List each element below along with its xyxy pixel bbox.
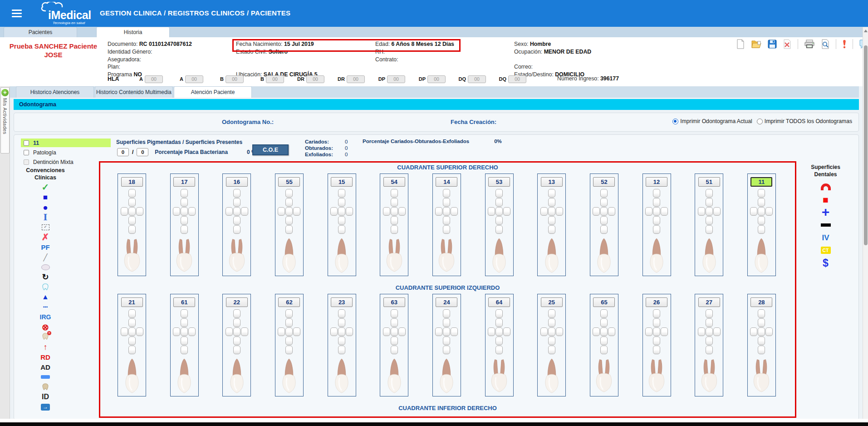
surface-mc-tooth-27[interactable] bbox=[706, 327, 713, 336]
surface-t1-tooth-65[interactable] bbox=[600, 309, 608, 318]
surface-ml-tooth-63[interactable] bbox=[383, 327, 390, 336]
surface-t1-tooth-62[interactable] bbox=[285, 309, 293, 318]
surface-t1-tooth-25[interactable] bbox=[548, 309, 555, 318]
surface-mc-tooth-51[interactable] bbox=[706, 207, 713, 216]
surface-t1-tooth-24[interactable] bbox=[443, 309, 450, 318]
surface-mr-tooth-65[interactable] bbox=[608, 327, 615, 336]
surface-b2-tooth-52[interactable] bbox=[600, 225, 608, 234]
id-icon[interactable]: ID bbox=[42, 392, 49, 402]
surface-b1-tooth-53[interactable] bbox=[495, 216, 503, 225]
tooth-number-25[interactable]: 25 bbox=[541, 297, 563, 307]
tooth-number-65[interactable]: 65 bbox=[593, 297, 615, 307]
surface-t2-tooth-15[interactable] bbox=[338, 198, 345, 207]
surface-b1-tooth-52[interactable] bbox=[600, 216, 608, 225]
tooth-image-16[interactable] bbox=[225, 238, 249, 274]
black-bar-icon[interactable] bbox=[821, 218, 831, 231]
surface-mc-tooth-17[interactable] bbox=[181, 207, 188, 216]
red-x-icon[interactable]: ✗ bbox=[42, 232, 49, 242]
tooth-image-24[interactable] bbox=[435, 358, 458, 394]
tooth-number-52[interactable]: 52 bbox=[593, 177, 615, 187]
surface-b2-tooth-12[interactable] bbox=[653, 225, 660, 234]
tooth-filled-icon[interactable] bbox=[41, 382, 49, 392]
surface-b1-tooth-23[interactable] bbox=[338, 337, 345, 345]
surface-mc-tooth-18[interactable] bbox=[128, 207, 136, 216]
surface-mc-tooth-11[interactable] bbox=[758, 207, 765, 216]
surface-t1-tooth-51[interactable] bbox=[706, 189, 713, 198]
surface-t2-tooth-24[interactable] bbox=[443, 318, 450, 327]
surface-mr-tooth-18[interactable] bbox=[136, 207, 143, 216]
surface-t2-tooth-28[interactable] bbox=[758, 318, 765, 327]
surface-t1-tooth-54[interactable] bbox=[391, 189, 398, 198]
denticion-checkbox[interactable] bbox=[24, 159, 29, 165]
surface-b2-tooth-18[interactable] bbox=[128, 225, 136, 234]
surface-t2-tooth-25[interactable] bbox=[548, 318, 555, 327]
surface-b2-tooth-51[interactable] bbox=[706, 225, 713, 234]
tooth-outline-icon[interactable] bbox=[41, 282, 49, 292]
surface-mc-tooth-63[interactable] bbox=[391, 327, 398, 336]
sub-tab-atenci-n-paciente[interactable]: Atención Paciente bbox=[174, 86, 252, 98]
surface-mc-tooth-52[interactable] bbox=[600, 207, 608, 216]
tab-historia[interactable]: Historia bbox=[96, 27, 170, 37]
surface-b2-tooth-13[interactable] bbox=[548, 225, 555, 234]
coe-button[interactable]: C.O.E bbox=[252, 144, 289, 155]
tooth-number-18[interactable]: 18 bbox=[121, 177, 143, 187]
dashed-checkbox-icon[interactable]: ✓ bbox=[42, 222, 49, 232]
surface-mc-tooth-65[interactable] bbox=[600, 327, 608, 336]
surface-mr-tooth-22[interactable] bbox=[241, 327, 248, 336]
surface-t2-tooth-63[interactable] bbox=[391, 318, 398, 327]
surface-mc-tooth-54[interactable] bbox=[391, 207, 398, 216]
surface-mr-tooth-55[interactable] bbox=[293, 207, 300, 216]
hla-input-a-1[interactable] bbox=[185, 75, 203, 83]
tooth-image-22[interactable] bbox=[225, 358, 249, 394]
surface-t2-tooth-52[interactable] bbox=[600, 198, 608, 207]
surface-b1-tooth-21[interactable] bbox=[128, 337, 136, 345]
red-arrow-up-icon[interactable]: ↑ bbox=[44, 342, 48, 352]
surface-t2-tooth-21[interactable] bbox=[128, 318, 136, 327]
scroll-up-icon[interactable] bbox=[864, 30, 868, 32]
ibeam-icon[interactable]: I bbox=[44, 212, 48, 222]
tooth-number-21[interactable]: 21 bbox=[121, 297, 143, 307]
surface-mr-tooth-61[interactable] bbox=[188, 327, 196, 336]
surface-b2-tooth-53[interactable] bbox=[495, 225, 503, 234]
surface-t2-tooth-27[interactable] bbox=[706, 318, 713, 327]
surface-t2-tooth-12[interactable] bbox=[653, 198, 660, 207]
blue-plus-icon[interactable]: + bbox=[822, 206, 830, 218]
tooth-number-17[interactable]: 17 bbox=[173, 177, 195, 187]
tooth-x-icon[interactable]: ✕ bbox=[41, 332, 49, 342]
surface-b1-tooth-63[interactable] bbox=[391, 337, 398, 345]
surface-ml-tooth-54[interactable] bbox=[383, 207, 390, 216]
surface-b1-tooth-26[interactable] bbox=[653, 337, 660, 345]
surface-ml-tooth-16[interactable] bbox=[226, 207, 233, 216]
surface-b1-tooth-54[interactable] bbox=[391, 216, 398, 225]
tooth-image-17[interactable] bbox=[172, 238, 196, 274]
surface-mc-tooth-23[interactable] bbox=[338, 327, 345, 336]
surface-mc-tooth-16[interactable] bbox=[233, 207, 240, 216]
tooth-number-54[interactable]: 54 bbox=[383, 177, 405, 187]
tooth-number-15[interactable]: 15 bbox=[331, 177, 353, 187]
surface-b1-tooth-62[interactable] bbox=[285, 337, 293, 345]
surface-b2-tooth-11[interactable] bbox=[758, 225, 765, 234]
surface-b2-tooth-62[interactable] bbox=[285, 346, 293, 354]
surface-mr-tooth-23[interactable] bbox=[346, 327, 353, 336]
surface-mr-tooth-54[interactable] bbox=[398, 207, 406, 216]
hla-input-dq-8[interactable] bbox=[468, 75, 486, 83]
pf-icon[interactable]: PF bbox=[41, 242, 49, 252]
surface-ml-tooth-23[interactable] bbox=[330, 327, 338, 336]
surface-t2-tooth-54[interactable] bbox=[391, 198, 398, 207]
check-icon[interactable]: ✓ bbox=[42, 182, 49, 192]
surface-ml-tooth-28[interactable] bbox=[750, 327, 757, 336]
surface-b1-tooth-64[interactable] bbox=[495, 337, 503, 345]
surface-t1-tooth-23[interactable] bbox=[338, 309, 345, 318]
surface-ml-tooth-24[interactable] bbox=[435, 327, 442, 336]
surface-mc-tooth-62[interactable] bbox=[285, 327, 293, 336]
surface-mr-tooth-13[interactable] bbox=[556, 207, 563, 216]
surface-ml-tooth-21[interactable] bbox=[121, 327, 128, 336]
tooth-number-28[interactable]: 28 bbox=[750, 297, 772, 307]
surface-t1-tooth-12[interactable] bbox=[653, 189, 660, 198]
tooth-image-23[interactable] bbox=[330, 358, 353, 394]
ellipse-icon[interactable] bbox=[41, 262, 50, 272]
menu-icon[interactable] bbox=[12, 10, 22, 17]
surface-mr-tooth-64[interactable] bbox=[503, 327, 510, 336]
surface-t1-tooth-18[interactable] bbox=[128, 189, 136, 198]
tooth-image-61[interactable] bbox=[172, 358, 196, 394]
